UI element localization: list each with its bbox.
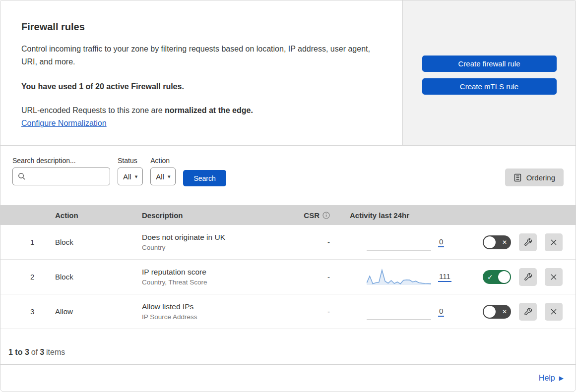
rule-fields: IP Source Address — [142, 313, 282, 321]
rule-csr-value: - — [282, 238, 332, 246]
search-label: Search description... — [12, 157, 110, 165]
search-input[interactable] — [29, 172, 105, 181]
rule-description-text: IP reputation score — [142, 268, 282, 277]
intro-section: Firewall rules Control incoming traffic … — [0, 0, 576, 146]
help-link-label: Help — [539, 374, 555, 383]
csr-column-label: CSR — [304, 211, 320, 220]
activity-count-link[interactable]: 0 — [438, 237, 444, 247]
rule-csr-value: - — [282, 307, 332, 316]
search-button[interactable]: Search — [183, 170, 226, 186]
table-row: 2 Block IP reputation score Country, Thr… — [0, 260, 576, 294]
rule-controls — [456, 268, 576, 286]
status-label: Status — [118, 157, 143, 165]
status-filter-group: Status All ▾ — [118, 157, 143, 185]
chevron-down-icon: ▾ — [168, 174, 171, 179]
rule-activity: 0 — [332, 233, 456, 252]
chevron-down-icon: ▾ — [135, 174, 138, 179]
rule-description: Allow listed IPs IP Source Address — [131, 302, 282, 321]
edit-rule-button[interactable] — [519, 303, 537, 321]
create-mtls-rule-button[interactable]: Create mTLS rule — [422, 78, 557, 95]
status-select[interactable]: All ▾ — [118, 168, 143, 185]
ordering-list-icon — [513, 173, 522, 182]
activity-sparkline — [367, 302, 431, 321]
table-header: Action Description CSR Activity last 24h… — [0, 205, 576, 225]
normalization-note: URL-encoded Requests to this zone are no… — [21, 106, 382, 115]
info-icon[interactable] — [322, 212, 330, 219]
search-group: Search description... — [12, 157, 110, 185]
pagination-of: of — [31, 348, 38, 357]
rule-controls — [456, 233, 576, 251]
rule-action: Block — [44, 273, 131, 281]
help-bar: Help ▶ — [0, 365, 576, 392]
activity-sparkline — [367, 268, 431, 286]
action-select-value: All — [156, 172, 164, 181]
create-firewall-rule-button[interactable]: Create firewall rule — [422, 56, 557, 72]
arrow-right-icon: ▶ — [559, 375, 564, 381]
action-select[interactable]: All ▾ — [150, 168, 176, 185]
rule-activity: 0 — [332, 302, 456, 321]
close-icon — [550, 238, 558, 246]
firewall-rules-page: Firewall rules Control incoming traffic … — [0, 0, 576, 392]
status-select-value: All — [123, 172, 131, 181]
rule-description-text: Allow listed IPs — [142, 302, 282, 311]
pagination-total: 3 — [40, 348, 44, 357]
rule-action: Block — [44, 238, 131, 246]
intro-card: Firewall rules Control incoming traffic … — [0, 0, 403, 145]
wrench-icon — [523, 307, 533, 316]
rule-activity: 111 — [332, 268, 456, 286]
rule-priority: 1 — [0, 238, 44, 246]
delete-rule-button[interactable] — [545, 233, 563, 251]
action-filter-group: Action All ▾ — [150, 157, 176, 185]
rule-enabled-toggle[interactable] — [483, 235, 511, 249]
page-title: Firewall rules — [21, 21, 382, 33]
search-icon — [18, 172, 26, 180]
cta-panel: Create firewall rule Create mTLS rule — [403, 0, 576, 145]
filter-bar: Search description... Status All ▾ Actio… — [0, 146, 576, 205]
pagination-items-label: items — [46, 348, 65, 357]
close-icon — [550, 308, 558, 316]
normalization-note-text: URL-encoded Requests to this zone are — [21, 106, 163, 114]
activity-count-link[interactable]: 111 — [438, 272, 451, 282]
rule-action: Allow — [44, 307, 131, 316]
rule-enabled-toggle[interactable] — [483, 270, 511, 284]
edit-rule-button[interactable] — [519, 233, 537, 251]
action-label: Action — [150, 157, 176, 165]
rule-priority: 2 — [0, 273, 44, 281]
pagination-summary: 1 to 3 of 3 items — [0, 329, 576, 365]
rule-controls — [456, 303, 576, 321]
table-row: 1 Block Does not originate in UK Country… — [0, 225, 576, 260]
search-box — [12, 168, 110, 185]
table-row: 3 Allow Allow listed IPs IP Source Addre… — [0, 294, 576, 329]
rule-description: IP reputation score Country, Threat Scor… — [131, 268, 282, 286]
ordering-button[interactable]: Ordering — [505, 168, 564, 186]
ordering-button-label: Ordering — [526, 173, 555, 182]
rule-priority: 3 — [0, 307, 44, 316]
rule-description-text: Does not originate in UK — [142, 233, 282, 242]
page-description: Control incoming traffic to your zone by… — [21, 43, 382, 68]
activity-column-header: Activity last 24hr — [332, 211, 456, 220]
pagination-range: 1 to 3 — [8, 348, 29, 357]
activity-count-link[interactable]: 0 — [438, 307, 444, 317]
wrench-icon — [523, 237, 533, 247]
csr-column-header: CSR — [304, 211, 332, 220]
description-column-header: Description — [131, 211, 282, 220]
rule-description: Does not originate in UK Country — [131, 233, 282, 251]
close-icon — [550, 273, 558, 281]
delete-rule-button[interactable] — [545, 303, 563, 321]
normalization-note-bold: normalized at the edge. — [165, 106, 253, 114]
rule-fields: Country — [142, 244, 282, 251]
help-link[interactable]: Help ▶ — [539, 374, 564, 383]
wrench-icon — [523, 272, 533, 281]
edit-rule-button[interactable] — [519, 268, 537, 286]
activity-sparkline — [367, 233, 431, 252]
delete-rule-button[interactable] — [545, 268, 563, 286]
usage-summary: You have used 1 of 20 active Firewall ru… — [21, 82, 382, 91]
rule-fields: Country, Threat Score — [142, 279, 282, 286]
configure-normalization-link[interactable]: Configure Normalization — [21, 119, 107, 127]
action-column-header: Action — [44, 211, 131, 220]
rule-enabled-toggle[interactable] — [483, 305, 511, 319]
rule-csr-value: - — [282, 273, 332, 281]
